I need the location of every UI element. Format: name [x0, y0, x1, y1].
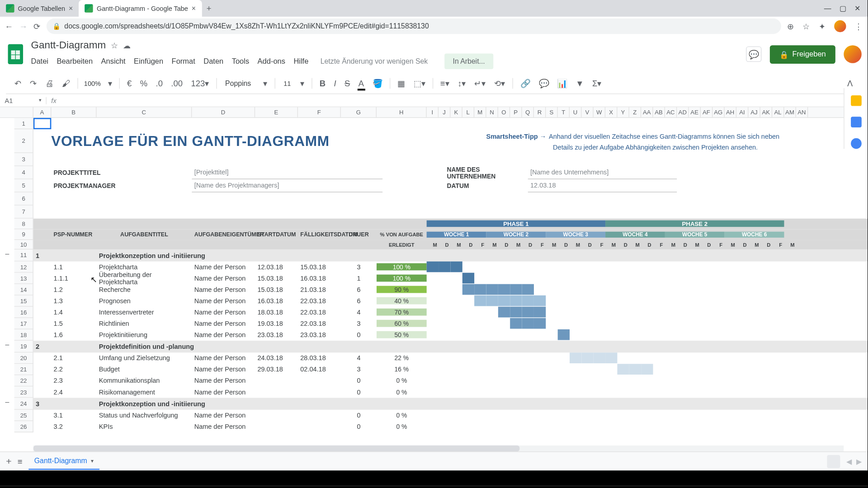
row-header[interactable]: 10 — [14, 240, 33, 249]
col-header[interactable]: J — [439, 107, 450, 117]
cell-duration[interactable]: 0 — [341, 423, 377, 430]
url-input[interactable]: 🔒 docs.google.com/spreadsheets/d/1O85Pmb… — [47, 19, 781, 34]
borders-button[interactable]: ▦ — [395, 76, 408, 90]
row-header[interactable]: 9 — [14, 229, 33, 240]
col-header[interactable]: P — [510, 107, 522, 117]
text-color-button[interactable]: A — [356, 76, 367, 90]
cell-pct[interactable]: 22 % — [377, 354, 427, 361]
comment-button[interactable]: 💬 — [536, 76, 551, 90]
menu-icon[interactable]: ⋮ — [854, 21, 863, 31]
col-header[interactable]: AM — [784, 107, 796, 117]
close-icon[interactable]: × — [69, 4, 73, 12]
functions-button[interactable]: Σ▾ — [590, 76, 604, 90]
cell-task[interactable]: KPIs — [97, 423, 192, 430]
table-row[interactable]: 2.1 Umfang und Zielsetzung Name der Pers… — [33, 352, 868, 364]
horizontal-scrollbar[interactable] — [33, 446, 844, 451]
cell-owner[interactable]: Name der Person — [192, 297, 255, 305]
cell-owner[interactable]: Name der Person — [192, 286, 255, 293]
cell-duration[interactable]: 0 — [341, 388, 377, 395]
increase-decimal-button[interactable]: .00 — [169, 76, 185, 90]
row-header[interactable]: 11 — [14, 249, 33, 261]
row-header[interactable]: 17 — [14, 318, 33, 329]
table-row[interactable]: 1.2 Recherche Name der Person 15.03.18 2… — [33, 284, 868, 296]
cell-pct[interactable]: 70 % — [377, 309, 427, 316]
menu-bearbeiten[interactable]: Bearbeiten — [57, 57, 93, 66]
col-header[interactable]: K — [450, 107, 462, 117]
cell-start[interactable]: 19.03.18 — [255, 320, 298, 327]
cell-duration[interactable]: 4 — [341, 309, 377, 316]
cell-task[interactable]: Projektcharta — [97, 263, 192, 271]
cell-wbs[interactable]: 3.1 — [51, 412, 96, 419]
back-button[interactable]: ← — [5, 21, 13, 31]
more-formats-button[interactable]: 123▾ — [189, 76, 212, 90]
browser-tab-0[interactable]: Google Tabellen × — [0, 0, 79, 17]
cell-start[interactable]: 12.03.18 — [255, 263, 298, 271]
col-header[interactable]: AI — [736, 107, 748, 117]
cell-end[interactable]: 15.03.18 — [298, 263, 341, 271]
cell-duration[interactable]: 3 — [341, 263, 377, 271]
cell-duration[interactable]: 6 — [341, 297, 377, 305]
col-header[interactable]: AA — [641, 107, 653, 117]
cell-duration[interactable]: 4 — [341, 354, 377, 361]
cell-pct[interactable]: 60 % — [377, 320, 427, 327]
row-header[interactable]: 6 — [14, 192, 33, 206]
cell-owner[interactable]: Name der Person — [192, 354, 255, 361]
col-header[interactable]: S — [546, 107, 557, 117]
cell-duration[interactable]: 6 — [341, 286, 377, 293]
table-row[interactable]: 2.3 Kommunikationsplan Name der Person 0… — [33, 375, 868, 386]
cell-end[interactable]: 16.03.18 — [298, 275, 341, 282]
cell-owner[interactable]: Name der Person — [192, 377, 255, 384]
cell-pct[interactable]: 40 % — [377, 297, 427, 305]
row-header[interactable]: 1 — [14, 118, 33, 129]
wrap-button[interactable]: ↵▾ — [472, 76, 488, 90]
spreadsheet-grid[interactable]: 12345678910–1112131415161718–1920212223–… — [0, 118, 868, 473]
table-row[interactable]: 1.1.1 Überarbeitung der Projektcharta Na… — [33, 273, 868, 284]
decrease-decimal-button[interactable]: .0 — [153, 76, 165, 90]
strikethrough-button[interactable]: S — [342, 76, 353, 90]
col-header[interactable]: AD — [677, 107, 689, 117]
paint-format-button[interactable]: 🖌 — [60, 76, 73, 90]
col-header[interactable]: AK — [760, 107, 772, 117]
cell-wbs[interactable]: 1.2 — [51, 286, 96, 293]
row-header[interactable]: 8 — [14, 219, 33, 230]
col-header[interactable]: W — [594, 107, 605, 117]
percent-button[interactable]: % — [137, 76, 150, 90]
explore-button[interactable] — [827, 455, 840, 468]
col-header[interactable]: M — [474, 107, 486, 117]
cell-pct[interactable]: 0 % — [377, 412, 427, 419]
cell-wbs[interactable]: 1.1.1 — [51, 275, 96, 282]
row-header[interactable]: 5 — [14, 179, 33, 192]
cell-duration[interactable]: 3 — [341, 366, 377, 373]
cell-owner[interactable]: Name der Person — [192, 423, 255, 430]
col-header[interactable]: Z — [629, 107, 641, 117]
cell-owner[interactable]: Name der Person — [192, 388, 255, 395]
extensions-icon[interactable]: ✦ — [819, 21, 826, 31]
col-header[interactable]: AL — [772, 107, 784, 117]
last-edit-text[interactable]: Letzte Änderung vor wenigen Sek — [321, 57, 428, 66]
cell-task[interactable]: Richtlinien — [97, 320, 192, 327]
cell-wbs[interactable]: 2.1 — [51, 354, 96, 361]
cell-wbs[interactable]: 1.3 — [51, 297, 96, 305]
collapse-group-button[interactable]: – — [0, 341, 14, 352]
row-header[interactable]: 26 — [14, 421, 33, 432]
star-icon[interactable]: ☆ — [111, 41, 118, 50]
cell-wbs[interactable]: 3.2 — [51, 423, 96, 430]
cell-wbs[interactable]: 2.4 — [51, 388, 96, 395]
italic-button[interactable]: I — [331, 76, 339, 90]
all-sheets-button[interactable]: ≡ — [18, 456, 23, 466]
zoom-icon[interactable]: ⊕ — [787, 21, 794, 31]
cell-start[interactable]: 24.03.18 — [255, 354, 298, 361]
cell-pct[interactable]: 0 % — [377, 377, 427, 384]
menu-daten[interactable]: Daten — [203, 57, 223, 66]
col-header[interactable]: T — [558, 107, 570, 117]
cell-start[interactable]: 18.03.18 — [255, 309, 298, 316]
calendar-icon[interactable] — [850, 95, 861, 106]
col-header[interactable]: V — [581, 107, 593, 117]
cell-owner[interactable]: Name der Person — [192, 331, 255, 338]
add-sheet-button[interactable]: + — [6, 456, 11, 467]
col-header[interactable]: AH — [725, 107, 736, 117]
menu-einfuegen[interactable]: Einfügen — [134, 57, 163, 66]
cell-pct[interactable]: 100 % — [377, 275, 427, 282]
chevron-down-icon[interactable]: ▾ — [91, 458, 94, 464]
cell-task[interactable]: Interessenvertreter — [97, 309, 192, 316]
